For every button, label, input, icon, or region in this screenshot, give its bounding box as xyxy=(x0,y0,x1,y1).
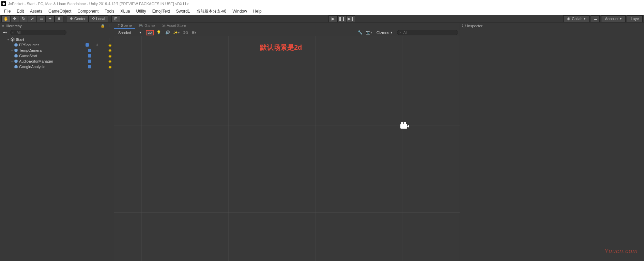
add-button[interactable]: +▾ xyxy=(1,30,9,35)
scene-menu-icon[interactable]: ⋮ xyxy=(108,37,112,42)
expand-arrow-icon[interactable]: ▼ xyxy=(6,38,10,41)
hierarchy-search-bar: +▾ xyxy=(0,29,114,36)
gameobject-icon xyxy=(14,64,18,69)
panel-menu-icon[interactable]: ⋮ xyxy=(108,23,112,28)
menu-emojitext[interactable]: EmojiText xyxy=(150,8,173,14)
hierarchy-icon: ≡ xyxy=(2,24,4,28)
inspector-icon: ⓘ xyxy=(462,23,466,28)
collab-icon: ◉ xyxy=(567,16,570,21)
menu-assets[interactable]: Assets xyxy=(27,8,45,14)
asset-store-icon: 🛍 xyxy=(162,23,165,28)
unity-logo-icon: ⬢ xyxy=(1,1,6,6)
scene-panel: # Scene 🎮 Game 🛍 Asset Store Shaded ▾ 2D… xyxy=(114,22,460,261)
menu-gameobject[interactable]: GameObject xyxy=(46,8,74,14)
scene-viewport[interactable]: 默认场景是2d xyxy=(114,36,460,261)
move-tool-button[interactable]: ✥ xyxy=(10,15,19,22)
chevron-down-icon: ▾ xyxy=(620,16,622,21)
gizmos-dropdown[interactable]: Gizmos ▾ xyxy=(374,30,395,35)
hierarchy-item-fpscounter[interactable]: FPScounter ui ◉ xyxy=(0,42,114,48)
annotation-text: 默认场景是2d xyxy=(260,43,302,52)
hierarchy-search-input[interactable] xyxy=(10,30,66,35)
visibility-icon[interactable]: ◉ xyxy=(108,54,112,58)
scene-search-input[interactable] xyxy=(397,30,458,35)
hierarchy-panel: ≡ Hierarchy 🔒 ⋮ +▾ ▼ Start ⋮ FPScounter xyxy=(0,22,114,261)
snap-button[interactable]: ⊞ xyxy=(111,15,120,22)
rect-tool-button[interactable]: ▭ xyxy=(37,15,46,22)
menu-xlua[interactable]: XLua xyxy=(118,8,133,14)
inspector-panel: ⓘ Inspector xyxy=(460,22,644,261)
hierarchy-item-tempcamera[interactable]: TempCamera ◉ xyxy=(0,48,114,53)
2d-toggle-button[interactable]: 2D xyxy=(146,30,154,35)
gameobject-icon xyxy=(14,59,18,64)
shading-mode-dropdown[interactable]: Shaded ▾ xyxy=(116,30,144,35)
chevron-down-icon: ▾ xyxy=(584,16,586,21)
prefab-badge-icon xyxy=(88,54,91,58)
menu-tools[interactable]: Tools xyxy=(102,8,117,14)
grid-toggle-button[interactable]: ⊞▾ xyxy=(190,30,198,35)
pivot-local-button[interactable]: ⟲ Local xyxy=(89,15,108,22)
window-title: JxPocket - Start - PC, Mac & Linux Stand… xyxy=(8,2,189,6)
menu-sword1[interactable]: Sword1 xyxy=(173,8,193,14)
main-toolbar: ✋ ✥ ↻ ⤢ ▭ ✦ ✖ ⊕ Center ⟲ Local ⊞ ▶ ❚❚ ▶❚… xyxy=(0,15,644,22)
prefab-badge-icon xyxy=(88,65,91,68)
lighting-toggle-button[interactable]: 💡 xyxy=(155,30,163,35)
menu-bar: File Edit Assets GameObject Component To… xyxy=(0,7,644,15)
inspector-tab[interactable]: ⓘ Inspector xyxy=(460,22,644,29)
gameobject-icon xyxy=(14,53,18,58)
visibility-icon[interactable]: ◉ xyxy=(108,59,112,64)
visibility-icon[interactable]: ◉ xyxy=(108,65,112,69)
gameobject-icon xyxy=(14,48,18,53)
hierarchy-item-audioeditormanager[interactable]: AudioEditorManager ◉ xyxy=(0,59,114,64)
menu-branch[interactable]: 当前版本分支-v6 xyxy=(194,8,229,15)
prefab-badge-icon xyxy=(88,49,91,52)
hierarchy-tab[interactable]: ≡ Hierarchy 🔒 ⋮ xyxy=(0,22,114,29)
tab-game[interactable]: 🎮 Game xyxy=(135,23,158,29)
menu-utility[interactable]: Utility xyxy=(134,8,149,14)
game-tab-icon: 🎮 xyxy=(138,23,143,28)
account-dropdown[interactable]: Account ▾ xyxy=(601,15,626,22)
unity-scene-icon xyxy=(10,37,15,42)
scene-root-item[interactable]: ▼ Start ⋮ xyxy=(0,37,114,42)
pause-button[interactable]: ❚❚ xyxy=(337,15,346,22)
fx-toggle-button[interactable]: ✨▾ xyxy=(172,30,181,35)
eye-slash-icon: ⊘ xyxy=(183,30,186,35)
hidden-objects-button[interactable]: ⊘ 0 xyxy=(181,30,189,35)
menu-file[interactable]: File xyxy=(1,8,13,14)
watermark-text: Yuucn.com xyxy=(604,248,638,255)
hierarchy-item-googleanalysic[interactable]: GoogleAnalysic ◉ xyxy=(0,64,114,69)
custom-tool-button[interactable]: ✖ xyxy=(55,15,63,22)
play-button[interactable]: ▶ xyxy=(328,15,337,22)
tab-asset-store[interactable]: 🛍 Asset Store xyxy=(158,23,189,29)
prefab-badge-icon xyxy=(86,43,89,47)
visibility-icon[interactable]: ◉ xyxy=(108,43,112,47)
hierarchy-item-gamestart[interactable]: GameStart ◉ xyxy=(0,53,114,59)
tools-button[interactable]: 🔧 xyxy=(356,30,364,35)
rotate-tool-button[interactable]: ↻ xyxy=(19,15,28,22)
transform-tool-button[interactable]: ✦ xyxy=(46,15,55,22)
layers-dropdown[interactable]: Laye xyxy=(627,15,643,22)
chevron-down-icon: ▾ xyxy=(390,30,393,35)
center-icon: ⊕ xyxy=(70,16,73,21)
step-button[interactable]: ▶❚ xyxy=(346,15,355,22)
camera-gizmo-icon[interactable] xyxy=(400,124,409,131)
scale-tool-button[interactable]: ⤢ xyxy=(28,15,37,22)
menu-help[interactable]: Help xyxy=(250,8,264,14)
menu-window[interactable]: Window xyxy=(230,8,250,14)
visibility-icon[interactable]: ◉ xyxy=(108,48,112,53)
cloud-button[interactable]: ☁ xyxy=(591,15,600,22)
menu-edit[interactable]: Edit xyxy=(14,8,27,14)
chevron-down-icon: ▾ xyxy=(139,30,141,35)
lock-icon[interactable]: 🔒 xyxy=(101,24,105,28)
pivot-center-button[interactable]: ⊕ Center xyxy=(67,15,89,22)
camera-button[interactable]: 📷▾ xyxy=(365,30,373,35)
hand-tool-button[interactable]: ✋ xyxy=(1,15,10,22)
transform-tools: ✋ ✥ ↻ ⤢ ▭ ✦ ✖ xyxy=(1,15,63,22)
window-title-bar: ⬢ JxPocket - Start - PC, Mac & Linux Sta… xyxy=(0,0,644,7)
menu-component[interactable]: Component xyxy=(75,8,101,14)
tab-scene[interactable]: # Scene xyxy=(114,23,135,29)
collab-dropdown[interactable]: ◉ Collab ▾ xyxy=(563,15,589,22)
scene-toolbar: Shaded ▾ 2D 💡 🔊 ✨▾ ⊘ 0 ⊞▾ 🔧 📷▾ Gizmos ▾ xyxy=(114,29,460,36)
scene-tab-icon: # xyxy=(118,23,120,28)
audio-toggle-button[interactable]: 🔊 xyxy=(164,30,172,35)
local-icon: ⟲ xyxy=(92,16,95,21)
